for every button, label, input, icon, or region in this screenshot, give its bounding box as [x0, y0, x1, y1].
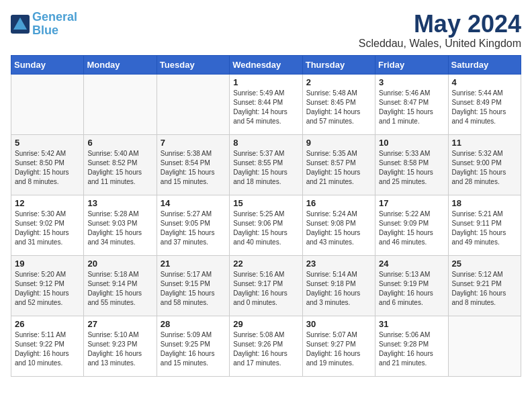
- day-info: Sunrise: 5:42 AM Sunset: 8:50 PM Dayligh…: [15, 149, 80, 187]
- day-info: Sunrise: 5:08 AM Sunset: 9:26 PM Dayligh…: [233, 330, 298, 368]
- day-cell: 27Sunrise: 5:10 AM Sunset: 9:23 PM Dayli…: [84, 316, 157, 376]
- day-number: 9: [306, 138, 371, 148]
- title-area: May 2024 Scleddau, Wales, United Kingdom: [359, 11, 521, 50]
- day-info: Sunrise: 5:37 AM Sunset: 8:55 PM Dayligh…: [233, 149, 298, 187]
- day-cell: 3Sunrise: 5:46 AM Sunset: 8:47 PM Daylig…: [375, 74, 448, 134]
- day-info: Sunrise: 5:28 AM Sunset: 9:03 PM Dayligh…: [87, 210, 152, 247]
- day-number: 18: [452, 198, 517, 208]
- day-info: Sunrise: 5:11 AM Sunset: 9:22 PM Dayligh…: [15, 330, 80, 368]
- day-info: Sunrise: 5:18 AM Sunset: 9:14 PM Dayligh…: [87, 270, 152, 308]
- day-number: 14: [161, 198, 226, 208]
- day-number: 30: [306, 319, 371, 329]
- day-number: 6: [87, 138, 152, 148]
- day-info: Sunrise: 5:25 AM Sunset: 9:06 PM Dayligh…: [233, 210, 298, 247]
- day-cell: 25Sunrise: 5:12 AM Sunset: 9:21 PM Dayli…: [448, 255, 521, 316]
- day-cell: [157, 74, 229, 134]
- day-info: Sunrise: 5:07 AM Sunset: 9:27 PM Dayligh…: [306, 330, 371, 368]
- day-cell: 4Sunrise: 5:44 AM Sunset: 8:49 PM Daylig…: [448, 74, 521, 134]
- day-cell: 16Sunrise: 5:24 AM Sunset: 9:08 PM Dayli…: [302, 195, 375, 255]
- day-cell: 17Sunrise: 5:22 AM Sunset: 9:09 PM Dayli…: [375, 195, 448, 255]
- day-number: 3: [379, 77, 444, 87]
- day-cell: 2Sunrise: 5:48 AM Sunset: 8:45 PM Daylig…: [302, 74, 375, 134]
- day-number: 13: [87, 198, 152, 208]
- header-cell-saturday: Saturday: [448, 55, 521, 74]
- day-cell: 26Sunrise: 5:11 AM Sunset: 9:22 PM Dayli…: [11, 316, 84, 376]
- day-cell: 1Sunrise: 5:49 AM Sunset: 8:44 PM Daylig…: [230, 74, 302, 134]
- day-cell: [448, 316, 521, 376]
- day-cell: 23Sunrise: 5:14 AM Sunset: 9:18 PM Dayli…: [302, 255, 375, 316]
- header-cell-wednesday: Wednesday: [230, 55, 302, 74]
- day-cell: 21Sunrise: 5:17 AM Sunset: 9:15 PM Dayli…: [157, 255, 229, 316]
- day-info: Sunrise: 5:48 AM Sunset: 8:45 PM Dayligh…: [306, 89, 371, 126]
- day-number: 2: [306, 77, 371, 87]
- header: General Blue May 2024 Scleddau, Wales, U…: [11, 11, 521, 50]
- day-cell: 11Sunrise: 5:32 AM Sunset: 9:00 PM Dayli…: [448, 134, 521, 195]
- day-info: Sunrise: 5:09 AM Sunset: 9:25 PM Dayligh…: [161, 330, 226, 368]
- day-number: 23: [306, 259, 371, 269]
- header-row: SundayMondayTuesdayWednesdayThursdayFrid…: [11, 55, 521, 74]
- day-number: 29: [233, 319, 298, 329]
- logo-icon: [11, 15, 30, 34]
- day-info: Sunrise: 5:17 AM Sunset: 9:15 PM Dayligh…: [161, 270, 226, 308]
- week-row-2: 5Sunrise: 5:42 AM Sunset: 8:50 PM Daylig…: [11, 134, 521, 195]
- day-info: Sunrise: 5:21 AM Sunset: 9:11 PM Dayligh…: [452, 210, 517, 247]
- day-cell: 9Sunrise: 5:35 AM Sunset: 8:57 PM Daylig…: [302, 134, 375, 195]
- day-number: 5: [15, 138, 80, 148]
- day-number: 10: [379, 138, 444, 148]
- day-number: 31: [379, 319, 444, 329]
- day-number: 8: [233, 138, 298, 148]
- logo: General Blue: [11, 11, 77, 38]
- day-info: Sunrise: 5:46 AM Sunset: 8:47 PM Dayligh…: [379, 89, 444, 126]
- calendar-title: May 2024: [359, 11, 521, 38]
- day-info: Sunrise: 5:44 AM Sunset: 8:49 PM Dayligh…: [452, 89, 517, 126]
- day-cell: 7Sunrise: 5:38 AM Sunset: 8:54 PM Daylig…: [157, 134, 229, 195]
- day-info: Sunrise: 5:40 AM Sunset: 8:52 PM Dayligh…: [87, 149, 152, 187]
- header-cell-monday: Monday: [84, 55, 157, 74]
- day-number: 24: [379, 259, 444, 269]
- day-number: 1: [233, 77, 298, 87]
- header-cell-thursday: Thursday: [302, 55, 375, 74]
- header-cell-friday: Friday: [375, 55, 448, 74]
- day-info: Sunrise: 5:33 AM Sunset: 8:58 PM Dayligh…: [379, 149, 444, 187]
- day-cell: [84, 74, 157, 134]
- day-number: 12: [15, 198, 80, 208]
- day-info: Sunrise: 5:20 AM Sunset: 9:12 PM Dayligh…: [15, 270, 80, 308]
- day-number: 11: [452, 138, 517, 148]
- day-number: 17: [379, 198, 444, 208]
- day-info: Sunrise: 5:38 AM Sunset: 8:54 PM Dayligh…: [161, 149, 226, 187]
- week-row-5: 26Sunrise: 5:11 AM Sunset: 9:22 PM Dayli…: [11, 316, 521, 376]
- day-cell: 29Sunrise: 5:08 AM Sunset: 9:26 PM Dayli…: [230, 316, 302, 376]
- day-number: 16: [306, 198, 371, 208]
- day-info: Sunrise: 5:35 AM Sunset: 8:57 PM Dayligh…: [306, 149, 371, 187]
- day-number: 7: [161, 138, 226, 148]
- logo-text: General Blue: [32, 11, 77, 38]
- day-info: Sunrise: 5:14 AM Sunset: 9:18 PM Dayligh…: [306, 270, 371, 308]
- day-info: Sunrise: 5:10 AM Sunset: 9:23 PM Dayligh…: [87, 330, 152, 368]
- day-cell: 31Sunrise: 5:06 AM Sunset: 9:28 PM Dayli…: [375, 316, 448, 376]
- day-cell: 5Sunrise: 5:42 AM Sunset: 8:50 PM Daylig…: [11, 134, 84, 195]
- day-info: Sunrise: 5:32 AM Sunset: 9:00 PM Dayligh…: [452, 149, 517, 187]
- day-info: Sunrise: 5:24 AM Sunset: 9:08 PM Dayligh…: [306, 210, 371, 247]
- day-cell: 28Sunrise: 5:09 AM Sunset: 9:25 PM Dayli…: [157, 316, 229, 376]
- calendar-table: SundayMondayTuesdayWednesdayThursdayFrid…: [11, 55, 521, 377]
- day-number: 25: [452, 259, 517, 269]
- week-row-3: 12Sunrise: 5:30 AM Sunset: 9:02 PM Dayli…: [11, 195, 521, 255]
- day-info: Sunrise: 5:49 AM Sunset: 8:44 PM Dayligh…: [233, 89, 298, 126]
- day-cell: 22Sunrise: 5:16 AM Sunset: 9:17 PM Dayli…: [230, 255, 302, 316]
- day-number: 20: [87, 259, 152, 269]
- day-cell: 8Sunrise: 5:37 AM Sunset: 8:55 PM Daylig…: [230, 134, 302, 195]
- logo-line2: Blue: [32, 24, 58, 37]
- day-info: Sunrise: 5:12 AM Sunset: 9:21 PM Dayligh…: [452, 270, 517, 308]
- day-info: Sunrise: 5:06 AM Sunset: 9:28 PM Dayligh…: [379, 330, 444, 368]
- day-info: Sunrise: 5:22 AM Sunset: 9:09 PM Dayligh…: [379, 210, 444, 247]
- day-cell: [11, 74, 84, 134]
- day-cell: 15Sunrise: 5:25 AM Sunset: 9:06 PM Dayli…: [230, 195, 302, 255]
- day-number: 15: [233, 198, 298, 208]
- day-number: 4: [452, 77, 517, 87]
- day-cell: 6Sunrise: 5:40 AM Sunset: 8:52 PM Daylig…: [84, 134, 157, 195]
- week-row-1: 1Sunrise: 5:49 AM Sunset: 8:44 PM Daylig…: [11, 74, 521, 134]
- day-info: Sunrise: 5:13 AM Sunset: 9:19 PM Dayligh…: [379, 270, 444, 308]
- day-number: 22: [233, 259, 298, 269]
- day-number: 21: [161, 259, 226, 269]
- day-number: 27: [87, 319, 152, 329]
